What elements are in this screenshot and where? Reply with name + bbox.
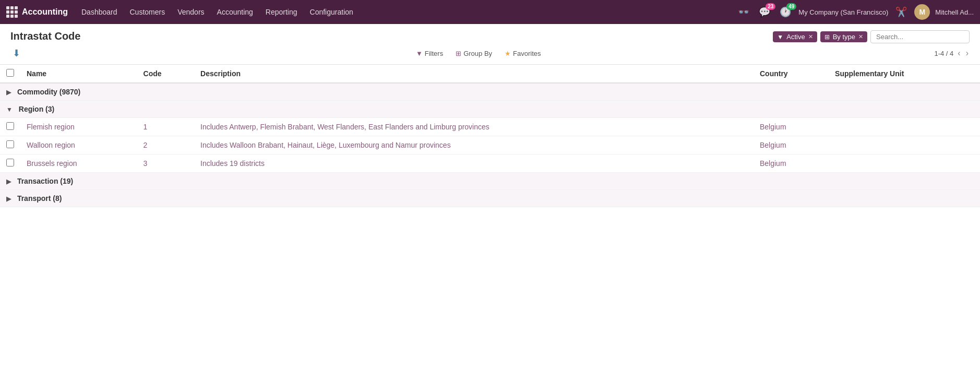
row-description: Includes Antwerp, Flemish Brabant, West …: [194, 118, 754, 136]
filters-label: Filters: [425, 50, 443, 57]
row-checkbox-cell[interactable]: [0, 154, 20, 173]
search-area: ▼ Active ✕ ⊞ By type ✕: [773, 30, 970, 43]
row-checkbox[interactable]: [6, 140, 14, 148]
favorites-label: Favorites: [513, 50, 541, 57]
group-name: Region (3): [19, 105, 54, 113]
activity-icon[interactable]: 🕐 49: [778, 5, 793, 19]
col-name: Name: [20, 65, 137, 83]
row-code: 2: [137, 136, 194, 154]
row-supplementary-unit: [829, 118, 980, 136]
row-checkbox[interactable]: [6, 122, 14, 130]
table-row: Brussels region 3 Includes 19 districts …: [0, 154, 980, 173]
row-checkbox-cell[interactable]: [0, 136, 20, 154]
favorites-button[interactable]: ★ Favorites: [499, 47, 546, 59]
row-country: Belgium: [754, 118, 829, 136]
row-name[interactable]: Brussels region: [20, 154, 137, 173]
support-icon[interactable]: 👓: [736, 5, 751, 19]
nav-accounting[interactable]: Accounting: [212, 6, 258, 18]
row-checkbox-cell[interactable]: [0, 118, 20, 136]
row-supplementary-unit: [829, 136, 980, 154]
nav-reporting[interactable]: Reporting: [260, 6, 303, 18]
chat-badge: 23: [766, 3, 775, 10]
select-all-header[interactable]: [0, 65, 20, 83]
groupby-label: Group By: [463, 50, 492, 57]
group-cell[interactable]: ▼ Region (3): [0, 101, 980, 118]
settings-icon[interactable]: ✂️: [893, 5, 909, 19]
col-description: Description: [194, 65, 754, 83]
record-name-link[interactable]: Walloon region: [27, 141, 75, 149]
active-filter-tag[interactable]: ▼ Active ✕: [773, 31, 817, 42]
group-toggle-icon: ▶: [6, 89, 11, 96]
row-name[interactable]: Flemish region: [20, 118, 137, 136]
row-country: Belgium: [754, 136, 829, 154]
nav-customers[interactable]: Customers: [125, 6, 171, 18]
pagination: 1-4 / 4 ‹ ›: [934, 49, 970, 58]
group-row[interactable]: ▼ Region (3): [0, 101, 980, 118]
username: Mitchell Ad...: [935, 8, 974, 16]
col-supplementary-unit: Supplementary Unit: [829, 65, 980, 83]
table-row: Flemish region 1 Includes Antwerp, Flemi…: [0, 118, 980, 136]
app-brand[interactable]: Accounting: [6, 6, 68, 18]
group-name: Transaction (19): [17, 177, 73, 185]
group-name: Transport (8): [17, 194, 62, 203]
page-title: Intrastat Code: [10, 30, 80, 42]
activity-badge: 49: [786, 3, 796, 10]
group-toggle-icon: ▶: [6, 178, 11, 185]
chat-icon[interactable]: 💬 23: [757, 5, 772, 19]
groupby-button[interactable]: ⊞ Group By: [450, 47, 497, 59]
group-name: Commodity (9870): [17, 88, 80, 96]
group-row[interactable]: ▶ Transport (8): [0, 190, 980, 207]
row-description: Includes 19 districts: [194, 154, 754, 173]
filter-icon: ▼: [777, 33, 783, 41]
group-toggle-icon: ▶: [6, 195, 11, 203]
row-code: 3: [137, 154, 194, 173]
star-icon: ★: [505, 50, 511, 57]
toolbar-center: ▼ Filters ⊞ Group By ★ Favorites: [411, 47, 546, 59]
filters-button[interactable]: ▼ Filters: [411, 47, 448, 59]
col-country: Country: [754, 65, 829, 83]
record-name-link[interactable]: Brussels region: [27, 159, 77, 168]
topnav-right: 👓 💬 23 🕐 49 My Company (San Francisco) ✂…: [736, 4, 974, 20]
pagination-text: 1-4 / 4: [934, 50, 953, 57]
group-row[interactable]: ▶ Commodity (9870): [0, 83, 980, 101]
toolbar-left: ⬇: [10, 46, 22, 60]
export-button[interactable]: ⬇: [10, 46, 22, 60]
main-page: Intrastat Code ▼ Active ✕ ⊞ By type ✕ ⬇: [0, 24, 980, 369]
nav-configuration[interactable]: Configuration: [305, 6, 358, 18]
select-all-checkbox[interactable]: [6, 69, 14, 77]
row-name[interactable]: Walloon region: [20, 136, 137, 154]
page-header: Intrastat Code ▼ Active ✕ ⊞ By type ✕: [0, 24, 980, 43]
active-filter-close[interactable]: ✕: [808, 33, 813, 40]
toolbar: ⬇ ▼ Filters ⊞ Group By ★ Favorites 1-4 /…: [0, 43, 980, 65]
group-row[interactable]: ▶ Transaction (19): [0, 173, 980, 190]
col-code: Code: [137, 65, 194, 83]
filter-funnel-icon: ▼: [416, 50, 423, 57]
next-page-button[interactable]: ›: [965, 49, 970, 58]
row-supplementary-unit: [829, 154, 980, 173]
type-filter-tag[interactable]: ⊞ By type ✕: [820, 31, 867, 42]
company-name: My Company (San Francisco): [798, 8, 888, 16]
prev-page-button[interactable]: ‹: [957, 49, 961, 58]
app-title: Accounting: [22, 7, 68, 17]
group-cell[interactable]: ▶ Transaction (19): [0, 173, 980, 190]
row-description: Includes Walloon Brabant, Hainaut, Liège…: [194, 136, 754, 154]
type-filter-close[interactable]: ✕: [858, 33, 863, 40]
group-cell[interactable]: ▶ Transport (8): [0, 190, 980, 207]
group-cell[interactable]: ▶ Commodity (9870): [0, 83, 980, 101]
type-filter-label: By type: [833, 33, 855, 41]
table-row: Walloon region 2 Includes Walloon Braban…: [0, 136, 980, 154]
row-code: 1: [137, 118, 194, 136]
groupby-layers-icon: ⊞: [456, 50, 461, 57]
groupby-icon: ⊞: [824, 33, 830, 41]
top-navigation: Accounting Dashboard Customers Vendors A…: [0, 0, 980, 24]
row-checkbox[interactable]: [6, 159, 14, 166]
nav-vendors[interactable]: Vendors: [172, 6, 209, 18]
row-country: Belgium: [754, 154, 829, 173]
avatar[interactable]: M: [914, 4, 930, 20]
nav-dashboard[interactable]: Dashboard: [76, 6, 123, 18]
active-filter-label: Active: [786, 33, 805, 41]
record-name-link[interactable]: Flemish region: [27, 123, 75, 131]
data-table: Name Code Description Country Supplement…: [0, 65, 980, 207]
group-toggle-icon: ▼: [6, 106, 13, 113]
search-input[interactable]: [870, 30, 970, 43]
